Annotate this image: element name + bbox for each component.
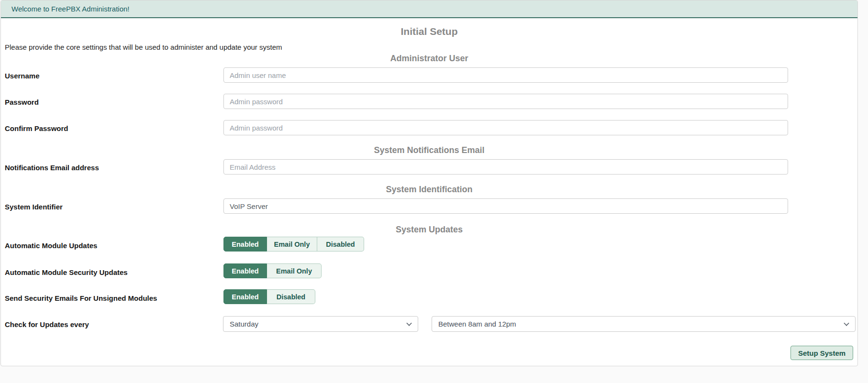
- automatic-module-security-updates-label: Automatic Module Security Updates: [5, 268, 128, 276]
- chevron-down-icon: [406, 320, 412, 326]
- automatic-module-security-updates-email-only-button[interactable]: Email Only: [267, 263, 322, 278]
- automatic-module-security-updates-enabled-button[interactable]: Enabled: [223, 263, 267, 278]
- setup-system-button[interactable]: Setup System: [790, 346, 853, 360]
- check-updates-label: Check for Updates every: [5, 320, 89, 328]
- section-heading-system-updates: System Updates: [0, 224, 858, 235]
- page-root: Welcome to FreePBX Administration! Initi…: [0, 0, 868, 383]
- unsigned-modules-emails-enabled-button[interactable]: Enabled: [223, 289, 267, 304]
- password-input[interactable]: [223, 94, 788, 109]
- page-title: Initial Setup: [0, 25, 858, 38]
- notifications-email-input[interactable]: [223, 159, 788, 175]
- welcome-banner: Welcome to FreePBX Administration!: [1, 0, 857, 18]
- confirm-password-input[interactable]: [223, 120, 788, 135]
- password-label: Password: [5, 98, 39, 106]
- system-identifier-input[interactable]: [223, 198, 788, 214]
- update-day-value: Saturday: [230, 320, 258, 328]
- unsigned-modules-emails-group: Enabled Disabled: [223, 289, 315, 304]
- section-heading-system-notifications-email: System Notifications Email: [0, 145, 858, 155]
- automatic-module-updates-group: Enabled Email Only Disabled: [223, 237, 364, 252]
- unsigned-modules-emails-label: Send Security Emails For Unsigned Module…: [5, 294, 157, 302]
- automatic-module-updates-label: Automatic Module Updates: [5, 241, 97, 250]
- chevron-down-icon: [844, 320, 849, 326]
- update-time-select[interactable]: Between 8am and 12pm: [432, 316, 856, 332]
- section-heading-administrator-user: Administrator User: [0, 53, 858, 64]
- automatic-module-updates-enabled-button[interactable]: Enabled: [223, 237, 267, 252]
- page-subtitle: Please provide the core settings that wi…: [5, 43, 282, 51]
- update-time-value: Between 8am and 12pm: [438, 320, 516, 328]
- welcome-text: Welcome to FreePBX Administration!: [11, 5, 130, 13]
- notifications-email-label: Notifications Email address: [5, 164, 99, 172]
- confirm-password-label: Confirm Password: [5, 124, 68, 132]
- username-label: Username: [5, 72, 40, 80]
- unsigned-modules-emails-disabled-button[interactable]: Disabled: [267, 289, 315, 304]
- update-day-select[interactable]: Saturday: [223, 316, 418, 332]
- username-input[interactable]: [223, 67, 788, 83]
- automatic-module-updates-disabled-button[interactable]: Disabled: [317, 237, 364, 252]
- automatic-module-security-updates-group: Enabled Email Only: [223, 263, 322, 278]
- automatic-module-updates-email-only-button[interactable]: Email Only: [267, 237, 317, 252]
- system-identifier-label: System Identifier: [5, 203, 63, 211]
- section-heading-system-identification: System Identification: [0, 184, 858, 195]
